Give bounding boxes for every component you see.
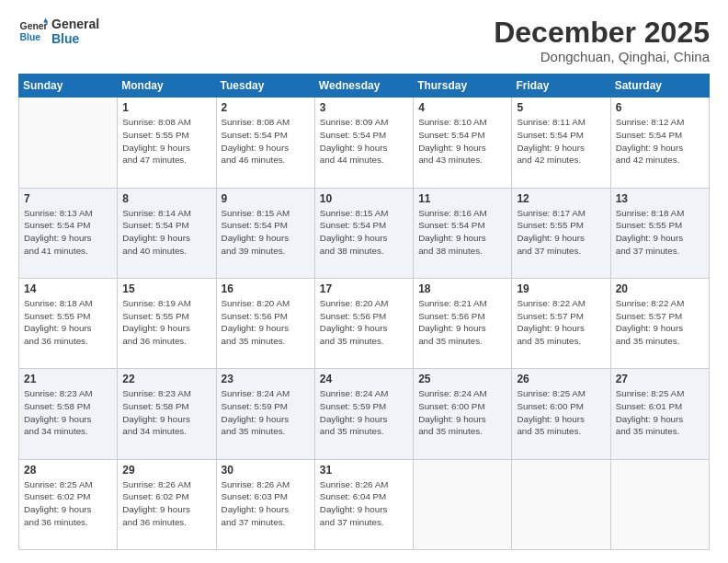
week-row-2: 7Sunrise: 8:13 AMSunset: 5:54 PMDaylight… [19, 188, 710, 278]
day-cell: 14Sunrise: 8:18 AMSunset: 5:55 PMDayligh… [19, 278, 118, 368]
day-cell: 29Sunrise: 8:26 AMSunset: 6:02 PMDayligh… [118, 459, 216, 549]
col-header-thursday: Thursday [414, 75, 512, 98]
col-header-wednesday: Wednesday [314, 75, 413, 98]
day-cell: 30Sunrise: 8:26 AMSunset: 6:03 PMDayligh… [216, 459, 314, 549]
day-number: 29 [122, 464, 210, 477]
day-number: 13 [616, 192, 704, 205]
day-number: 17 [320, 282, 408, 295]
day-number: 10 [320, 192, 408, 205]
day-info: Sunrise: 8:24 AMSunset: 6:00 PMDaylight:… [418, 387, 506, 438]
day-cell: 8Sunrise: 8:14 AMSunset: 5:54 PMDaylight… [118, 188, 216, 278]
day-number: 22 [122, 373, 210, 385]
day-number: 23 [222, 373, 310, 385]
day-info: Sunrise: 8:17 AMSunset: 5:55 PMDaylight:… [517, 207, 605, 258]
day-number: 30 [222, 464, 310, 477]
col-header-tuesday: Tuesday [216, 75, 314, 98]
day-number: 9 [222, 192, 310, 205]
logo-general: General [51, 17, 99, 31]
day-number: 21 [24, 373, 112, 385]
header: General Blue General Blue December 2025 … [18, 17, 710, 64]
col-header-saturday: Saturday [610, 75, 709, 98]
day-info: Sunrise: 8:16 AMSunset: 5:54 PMDaylight:… [418, 207, 506, 258]
day-number: 31 [320, 464, 408, 477]
day-cell: 2Sunrise: 8:08 AMSunset: 5:54 PMDaylight… [216, 98, 314, 188]
day-number: 24 [320, 373, 408, 385]
day-info: Sunrise: 8:22 AMSunset: 5:57 PMDaylight:… [517, 297, 605, 348]
col-header-friday: Friday [512, 75, 610, 98]
day-number: 28 [24, 464, 112, 477]
location: Dongchuan, Qinghai, China [494, 49, 710, 64]
day-info: Sunrise: 8:22 AMSunset: 5:57 PMDaylight:… [616, 297, 704, 348]
day-number: 15 [122, 282, 210, 295]
calendar-table: SundayMondayTuesdayWednesdayThursdayFrid… [18, 74, 710, 550]
day-info: Sunrise: 8:24 AMSunset: 5:59 PMDaylight:… [222, 387, 310, 438]
day-info: Sunrise: 8:23 AMSunset: 5:58 PMDaylight:… [24, 387, 112, 438]
day-info: Sunrise: 8:08 AMSunset: 5:54 PMDaylight:… [222, 116, 310, 167]
day-number: 1 [122, 101, 210, 114]
day-info: Sunrise: 8:09 AMSunset: 5:54 PMDaylight:… [320, 116, 408, 167]
day-cell: 13Sunrise: 8:18 AMSunset: 5:55 PMDayligh… [610, 188, 709, 278]
week-row-4: 21Sunrise: 8:23 AMSunset: 5:58 PMDayligh… [19, 369, 710, 459]
day-cell: 18Sunrise: 8:21 AMSunset: 5:56 PMDayligh… [414, 278, 512, 368]
day-cell: 6Sunrise: 8:12 AMSunset: 5:54 PMDaylight… [610, 98, 709, 188]
day-cell: 25Sunrise: 8:24 AMSunset: 6:00 PMDayligh… [414, 369, 512, 459]
day-info: Sunrise: 8:13 AMSunset: 5:54 PMDaylight:… [24, 207, 112, 258]
day-cell: 31Sunrise: 8:26 AMSunset: 6:04 PMDayligh… [314, 459, 413, 549]
col-header-sunday: Sunday [19, 75, 118, 98]
day-info: Sunrise: 8:25 AMSunset: 6:02 PMDaylight:… [24, 478, 112, 529]
day-number: 19 [517, 282, 605, 295]
day-number: 20 [616, 282, 704, 295]
day-cell [414, 459, 512, 549]
day-number: 4 [418, 101, 506, 114]
page: General Blue General Blue December 2025 … [0, 0, 728, 563]
day-cell: 1Sunrise: 8:08 AMSunset: 5:55 PMDaylight… [118, 98, 216, 188]
day-info: Sunrise: 8:26 AMSunset: 6:03 PMDaylight:… [222, 478, 310, 529]
day-info: Sunrise: 8:26 AMSunset: 6:02 PMDaylight:… [122, 478, 210, 529]
day-cell: 26Sunrise: 8:25 AMSunset: 6:00 PMDayligh… [512, 369, 610, 459]
day-info: Sunrise: 8:10 AMSunset: 5:54 PMDaylight:… [418, 116, 506, 167]
day-number: 18 [418, 282, 506, 295]
day-cell: 12Sunrise: 8:17 AMSunset: 5:55 PMDayligh… [512, 188, 610, 278]
day-number: 5 [517, 101, 605, 114]
day-info: Sunrise: 8:19 AMSunset: 5:55 PMDaylight:… [122, 297, 210, 348]
day-number: 8 [122, 192, 210, 205]
day-info: Sunrise: 8:08 AMSunset: 5:55 PMDaylight:… [122, 116, 210, 167]
day-number: 16 [222, 282, 310, 295]
week-row-1: 1Sunrise: 8:08 AMSunset: 5:55 PMDaylight… [19, 98, 710, 188]
day-cell: 16Sunrise: 8:20 AMSunset: 5:56 PMDayligh… [216, 278, 314, 368]
day-info: Sunrise: 8:23 AMSunset: 5:58 PMDaylight:… [122, 387, 210, 438]
day-cell: 20Sunrise: 8:22 AMSunset: 5:57 PMDayligh… [610, 278, 709, 368]
logo-icon: General Blue [18, 17, 48, 46]
day-info: Sunrise: 8:12 AMSunset: 5:54 PMDaylight:… [616, 116, 704, 167]
day-cell: 10Sunrise: 8:15 AMSunset: 5:54 PMDayligh… [314, 188, 413, 278]
day-number: 27 [616, 373, 704, 385]
svg-text:General: General [20, 21, 48, 31]
day-cell: 5Sunrise: 8:11 AMSunset: 5:54 PMDaylight… [512, 98, 610, 188]
title-block: December 2025 Dongchuan, Qinghai, China [494, 17, 710, 64]
day-info: Sunrise: 8:15 AMSunset: 5:54 PMDaylight:… [320, 207, 408, 258]
day-cell: 3Sunrise: 8:09 AMSunset: 5:54 PMDaylight… [314, 98, 413, 188]
col-header-monday: Monday [118, 75, 216, 98]
day-number: 26 [517, 373, 605, 385]
day-cell: 22Sunrise: 8:23 AMSunset: 5:58 PMDayligh… [118, 369, 216, 459]
month-title: December 2025 [494, 17, 710, 49]
day-info: Sunrise: 8:20 AMSunset: 5:56 PMDaylight:… [320, 297, 408, 348]
day-cell: 17Sunrise: 8:20 AMSunset: 5:56 PMDayligh… [314, 278, 413, 368]
day-number: 14 [24, 282, 112, 295]
logo: General Blue General Blue [18, 17, 99, 46]
day-number: 11 [418, 192, 506, 205]
day-number: 25 [418, 373, 506, 385]
day-cell: 7Sunrise: 8:13 AMSunset: 5:54 PMDaylight… [19, 188, 118, 278]
day-info: Sunrise: 8:14 AMSunset: 5:54 PMDaylight:… [122, 207, 210, 258]
svg-text:Blue: Blue [20, 32, 41, 42]
day-info: Sunrise: 8:26 AMSunset: 6:04 PMDaylight:… [320, 478, 408, 529]
day-info: Sunrise: 8:11 AMSunset: 5:54 PMDaylight:… [517, 116, 605, 167]
day-info: Sunrise: 8:18 AMSunset: 5:55 PMDaylight:… [24, 297, 112, 348]
day-number: 3 [320, 101, 408, 114]
day-info: Sunrise: 8:25 AMSunset: 6:00 PMDaylight:… [517, 387, 605, 438]
day-cell [512, 459, 610, 549]
day-cell: 9Sunrise: 8:15 AMSunset: 5:54 PMDaylight… [216, 188, 314, 278]
day-cell: 23Sunrise: 8:24 AMSunset: 5:59 PMDayligh… [216, 369, 314, 459]
day-number: 6 [616, 101, 704, 114]
day-number: 7 [24, 192, 112, 205]
